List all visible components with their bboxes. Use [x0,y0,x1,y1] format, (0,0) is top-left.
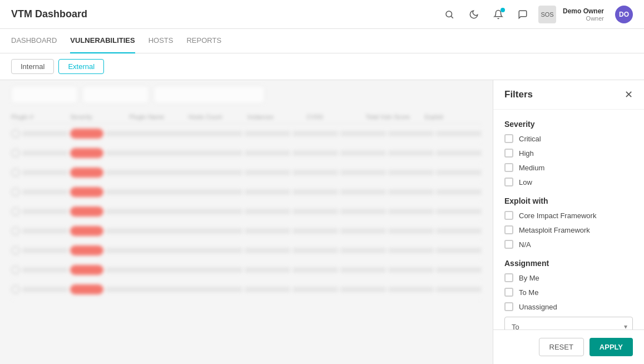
filter-search[interactable] [153,86,265,104]
reset-button[interactable]: RESET [539,338,584,356]
severity-low-item[interactable]: Low [504,178,633,186]
exploit-core-label: Core Impact Framework [519,211,596,220]
assignment-byme-checkbox[interactable] [504,273,513,282]
exploit-na-checkbox[interactable] [504,240,513,249]
exploit-label: Exploit with [504,196,633,205]
app-title: VTM Dashboard [11,8,440,20]
assignment-label: Assignment [504,259,633,268]
exploit-section: Exploit with Core Impact Framework Metas… [504,196,633,249]
assignment-unassigned-item[interactable]: Unassigned [504,302,633,311]
exploit-core-item[interactable]: Core Impact Framework [504,211,633,220]
table-row [11,124,482,144]
table-row [11,183,482,202]
nav-bar: DASHBOARD VULNERABILITIES HOSTS REPORTS [0,29,644,53]
svg-line-1 [451,16,453,18]
table-row [11,260,482,280]
user-info: Demo Owner Owner [563,7,604,22]
col-instances: Instances [247,114,304,120]
messages-icon[interactable] [514,6,532,23]
exploit-metasploit-checkbox[interactable] [504,225,513,234]
col-plugin: Plugin # [11,114,68,120]
user-role: Owner [586,15,604,22]
assignment-tome-checkbox[interactable] [504,288,513,297]
assignment-byme-label: By Me [519,274,539,282]
filter-box-1[interactable] [11,86,78,104]
filter-panel: Filters ✕ Severity Critical High Medium [493,80,644,364]
severity-label: Severity [504,120,633,129]
table-row [11,144,482,163]
filter-panel-header: Filters ✕ [493,80,644,110]
close-filter-button[interactable]: ✕ [625,90,633,100]
tab-external[interactable]: External [58,59,104,74]
filter-panel-title: Filters [504,89,533,100]
severity-section: Severity Critical High Medium Low [504,120,633,186]
exploit-metasploit-label: Metasploit Framework [519,226,590,234]
nav-dashboard[interactable]: DASHBOARD [11,29,57,53]
col-severity: Severity [70,114,127,120]
user-name: Demo Owner [563,7,604,15]
search-icon[interactable] [440,6,458,23]
notifications-icon[interactable] [489,6,507,23]
severity-critical-label: Critical [519,135,541,143]
severity-high-item[interactable]: High [504,149,633,158]
col-hosts: Hosts Count [189,114,245,120]
col-cvss: CVSS [306,114,363,120]
exploit-na-item[interactable]: N/A [504,240,633,249]
sos-badge[interactable]: SOS [538,6,556,23]
severity-critical-item[interactable]: Critical [504,134,633,143]
assignment-tome-item[interactable]: To Me [504,288,633,297]
table-row [11,222,482,241]
table-row [11,202,482,222]
table-content: Plugin # Severity Plugin Name Hosts Coun… [0,80,493,364]
exploit-metasploit-item[interactable]: Metasploit Framework [504,225,633,234]
severity-medium-label: Medium [519,164,544,172]
severity-medium-checkbox[interactable] [504,163,513,172]
tab-internal[interactable]: Internal [11,59,54,74]
table-row [11,241,482,260]
assignment-unassigned-checkbox[interactable] [504,302,513,311]
main-content: Plugin # Severity Plugin Name Hosts Coun… [0,80,644,364]
severity-medium-item[interactable]: Medium [504,163,633,172]
assignment-section: Assignment By Me To Me Unassigned To [504,259,633,329]
header: VTM Dashboard SOS Demo Owner Owner DO [0,0,644,29]
col-plugin-name: Plugin Name [130,114,186,120]
severity-critical-checkbox[interactable] [504,134,513,143]
header-icons: SOS Demo Owner Owner DO [440,6,633,23]
col-exploit: Exploit [425,114,482,120]
filter-panel-body: Severity Critical High Medium Low [493,110,644,329]
apply-button[interactable]: APPLY [589,338,633,356]
severity-low-checkbox[interactable] [504,178,513,186]
table-row [11,163,482,183]
severity-low-label: Low [519,178,532,186]
table-row [11,280,482,299]
assignment-byme-item[interactable]: By Me [504,273,633,282]
assignment-unassigned-label: Unassigned [519,303,557,311]
exploit-core-checkbox[interactable] [504,211,513,220]
assignment-tome-label: To Me [519,288,538,297]
to-dropdown[interactable]: To [504,317,633,329]
user-avatar[interactable]: DO [615,6,633,23]
nav-vulnerabilities[interactable]: VULNERABILITIES [70,29,135,53]
theme-toggle-icon[interactable] [465,6,483,23]
severity-high-label: High [519,149,534,158]
col-vuln-score: Total Vuln Score [366,114,423,120]
svg-point-0 [446,11,452,17]
nav-hosts[interactable]: HOSTS [148,29,174,53]
notification-dot [501,8,505,12]
to-dropdown-wrapper: To ▾ [504,317,633,329]
filter-panel-footer: RESET APPLY [493,329,644,364]
nav-reports[interactable]: REPORTS [186,29,221,53]
exploit-na-label: N/A [519,240,531,249]
tabs-bar: Internal External [0,53,644,80]
filter-box-2[interactable] [82,86,149,104]
severity-high-checkbox[interactable] [504,149,513,158]
